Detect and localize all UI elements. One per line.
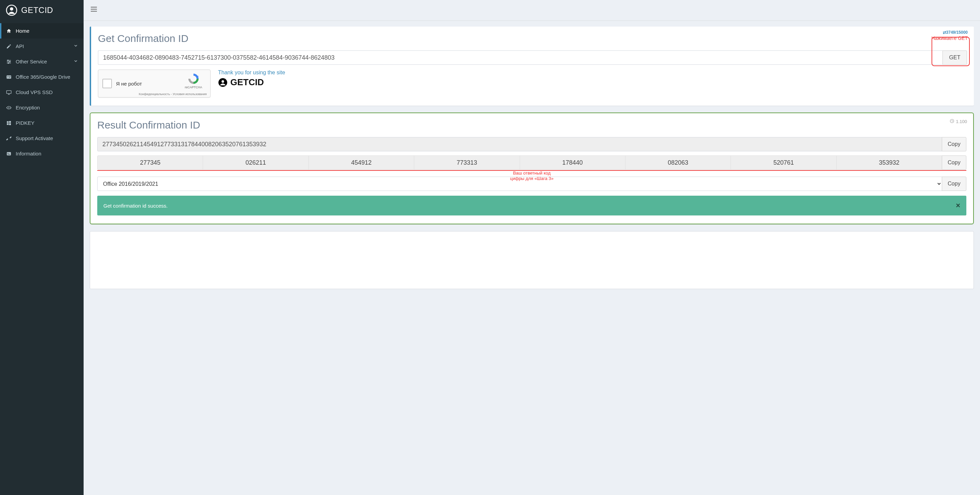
copy-segments-button[interactable]: Copy — [942, 155, 966, 170]
get-confirmation-panel: ⇄3749/15000 Нажимаете GET Get Confirmati… — [90, 27, 974, 106]
svg-point-5 — [8, 60, 8, 61]
sidebar-item-label: Support Activate — [16, 135, 78, 141]
result-full-value[interactable] — [97, 137, 942, 151]
sidebar-item-office-365[interactable]: Office 365/Google Drive — [0, 69, 84, 84]
svg-rect-20 — [7, 152, 11, 155]
brand-inline: GETCID — [218, 77, 285, 87]
topbar — [84, 0, 980, 21]
recaptcha-brand-text: reCAPTCHA — [180, 86, 207, 89]
recaptcha-widget[interactable]: Я не робот reCAPTCHA Конфиденциальность … — [98, 70, 210, 97]
segment-c: 454912 — [309, 155, 414, 170]
sidebar: GETCID Home API Other Service — [0, 0, 84, 495]
monitor-icon — [5, 90, 12, 95]
sidebar-item-support-activate[interactable]: Support Activate — [0, 130, 84, 146]
svg-rect-12 — [6, 90, 11, 94]
svg-point-9 — [8, 76, 8, 78]
panel-title: Get Confirmation ID — [98, 33, 967, 44]
svg-rect-11 — [9, 77, 10, 78]
windows-icon — [5, 121, 12, 126]
sidebar-item-encryption[interactable]: Encryption — [0, 100, 84, 115]
main-content: ⇄3749/15000 Нажимаете GET Get Confirmati… — [84, 0, 980, 495]
svg-rect-8 — [6, 75, 11, 78]
sidebar-item-label: Information — [16, 151, 78, 157]
segment-a: 277345 — [97, 155, 203, 170]
code-icon — [5, 105, 12, 111]
timer-value: 1.100 — [956, 119, 967, 124]
brand-inline-text: GETCID — [230, 77, 264, 87]
home-icon — [5, 28, 12, 34]
timer-badge: 1.100 — [950, 119, 967, 124]
copy-full-button[interactable]: Copy — [942, 137, 966, 151]
svg-point-1 — [10, 7, 13, 11]
sidebar-item-cloud-vps[interactable]: Cloud VPS SSD — [0, 84, 84, 100]
result-segments-row: 277345 026211 454912 773313 178440 08206… — [97, 155, 966, 170]
svg-rect-17 — [9, 121, 11, 123]
alert-close-button[interactable]: × — [956, 201, 960, 210]
user-circle-icon — [5, 4, 18, 16]
svg-point-6 — [9, 61, 10, 62]
recaptcha-checkbox[interactable] — [102, 79, 112, 88]
segment-h: 353932 — [836, 155, 942, 170]
segment-f: 082063 — [625, 155, 731, 170]
usage-counter: ⇄3749/15000 — [943, 30, 968, 35]
sidebar-item-label: Home — [16, 28, 78, 34]
sidebar-item-information[interactable]: Information — [0, 146, 84, 161]
chevron-down-icon — [73, 43, 78, 49]
svg-rect-22 — [8, 154, 10, 154]
panel-title: Result Confirmation ID — [97, 119, 966, 131]
success-alert: Get confirmation id success. × — [97, 196, 966, 216]
sidebar-item-label: Other Service — [16, 59, 73, 64]
info-icon — [5, 151, 12, 157]
red-caption-annotation: Ваш ответный кодцифры для «Шага 3» — [510, 170, 554, 181]
svg-rect-16 — [7, 121, 8, 123]
sidebar-item-label: API — [16, 43, 73, 49]
segment-g: 520761 — [730, 155, 836, 170]
svg-rect-10 — [9, 76, 11, 77]
brand[interactable]: GETCID — [0, 0, 84, 21]
transfer-icon: ⇄ — [943, 30, 946, 35]
segment-e: 178440 — [520, 155, 625, 170]
svg-rect-18 — [7, 123, 8, 125]
recaptcha-label: Я не робот — [116, 81, 142, 87]
id-card-icon — [5, 74, 12, 80]
sidebar-item-pidkey[interactable]: PIDKEY — [0, 115, 84, 130]
recaptcha-logo: reCAPTCHA — [180, 73, 207, 89]
user-circle-icon — [218, 78, 228, 87]
svg-rect-21 — [8, 153, 8, 154]
segment-b: 026211 — [203, 155, 309, 170]
clock-icon — [950, 119, 955, 124]
svg-rect-19 — [9, 123, 11, 125]
result-confirmation-panel: 1.100 Result Confirmation ID Copy 277345… — [90, 113, 974, 224]
svg-point-7 — [8, 62, 9, 63]
empty-textarea[interactable] — [90, 231, 974, 289]
sidebar-item-other-service[interactable]: Other Service — [0, 54, 84, 69]
alert-text: Get confirmation id success. — [103, 203, 167, 209]
brand-text: GETCID — [21, 5, 53, 15]
sidebar-item-label: Office 365/Google Drive — [16, 74, 78, 80]
svg-point-28 — [221, 80, 224, 82]
sidebar-item-label: Cloud VPS SSD — [16, 89, 78, 95]
thanks-block: Thank you for using the site GETCID — [218, 70, 285, 87]
hamburger-icon[interactable] — [90, 5, 98, 16]
copy-select-button[interactable]: Copy — [942, 176, 966, 191]
press-get-annotation: Нажимаете GET — [931, 35, 968, 41]
chevron-down-icon — [73, 59, 78, 64]
installation-id-input[interactable] — [98, 51, 942, 65]
segment-d: 773313 — [414, 155, 520, 170]
edit-icon — [5, 44, 12, 49]
sidebar-item-label: Encryption — [16, 105, 78, 111]
thanks-text: Thank you for using the site — [218, 70, 285, 76]
sidebar-item-home[interactable]: Home — [0, 23, 84, 38]
sidebar-item-label: PIDKEY — [16, 120, 78, 126]
sliders-icon — [5, 59, 12, 64]
tools-icon — [5, 136, 12, 141]
sidebar-item-api[interactable]: API — [0, 38, 84, 54]
sidebar-nav: Home API Other Service Office 365/Goo — [0, 23, 84, 161]
recaptcha-footer: Конфиденциальность - Условия использован… — [139, 92, 207, 96]
get-button[interactable]: GET — [942, 51, 967, 65]
